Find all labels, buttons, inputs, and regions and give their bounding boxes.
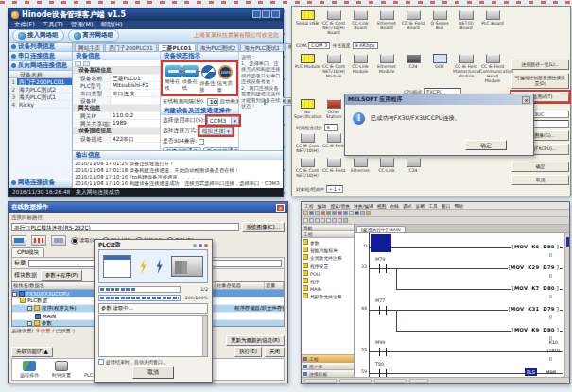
coroute-ccie-cont[interactable]: CC IE Cont NET/10(H) <box>294 158 321 178</box>
toolbar-icon[interactable] <box>332 218 337 223</box>
speed-field[interactable]: 9.6Kbps <box>353 42 378 49</box>
property-group[interactable]: 网关信息 <box>73 105 160 112</box>
menu-manage[interactable]: 管理(M) <box>71 21 94 29</box>
pc-if-serial-usb[interactable]: Serial USB <box>294 10 321 35</box>
leave-network-button[interactable]: 离开网络组 <box>68 29 120 42</box>
plc-if-ethernet-module[interactable]: Ethernet Module <box>373 54 400 83</box>
ladder-rung[interactable]: 59 T80 PLS M98 <box>355 359 569 377</box>
check-time-field[interactable]: 5 <box>324 124 338 131</box>
pc-if-plc-board[interactable]: PLC Board <box>479 10 506 35</box>
toolbar-icon[interactable] <box>326 211 331 215</box>
coroute-ccie-field[interactable]: CC IE Field <box>321 158 347 178</box>
coroute-ethernet[interactable]: Ethernet <box>347 158 373 178</box>
tree-item-program[interactable]: 程序 <box>303 278 353 285</box>
progress-result-list[interactable] <box>98 315 208 357</box>
toolbar-icon[interactable] <box>326 218 331 223</box>
menu-help[interactable]: 帮助(H) <box>101 21 123 29</box>
tree-item-global-comment[interactable]: 全局软元件注释 <box>303 254 353 262</box>
property-row[interactable]: PLC型号Mitsubishi-FX <box>73 82 160 90</box>
tree-item-intelligent[interactable]: 智能功能模块 <box>303 247 353 254</box>
device-row[interactable]: 1西门子200PLC01 <box>9 78 72 86</box>
sidebar-group-device-list[interactable]: 设备列表信息 <box>9 43 72 52</box>
minimize-button[interactable] <box>252 10 261 18</box>
close-icon[interactable]: × <box>276 204 285 212</box>
menu-find[interactable]: 搜索/替换 <box>330 203 350 209</box>
toolbar-icon[interactable] <box>303 211 308 215</box>
progress-cancel-button[interactable]: 取消 <box>132 366 174 379</box>
clock-setting-item[interactable]: 时钟设置 <box>52 361 71 378</box>
auto-check-checkbox[interactable] <box>264 99 266 105</box>
ok-button[interactable]: 确定 <box>511 162 569 172</box>
tab-haiwell1[interactable]: 海为PLC测试1 <box>240 43 284 51</box>
coroute-cclink[interactable]: CC-Link <box>373 158 400 178</box>
property-group[interactable]: 设备描述信息 <box>73 128 160 135</box>
device-row[interactable]: 2海为PLC测试2 <box>9 86 72 94</box>
menu-convert[interactable]: 转换/编译 <box>354 203 373 209</box>
plc-if-got[interactable]: GOT <box>426 54 453 83</box>
remote-operation-item[interactable]: 远程操作 <box>20 361 39 378</box>
pc-if-qbus[interactable]: Q Series Bus <box>426 10 453 35</box>
toolbar-icon[interactable] <box>309 211 314 215</box>
dialog-titlebar[interactable]: 在线数据操作 × <box>9 202 287 213</box>
project-tree[interactable]: 参数 智能功能模块 全局软元件注释 程序设置 POU 程序 MAIN 局部软元件… <box>302 238 354 354</box>
menu-debug[interactable]: 调试 <box>403 203 412 209</box>
progress-titlebar[interactable]: PLC读取 <box>98 241 208 249</box>
menu-diagnostics[interactable]: 诊断 <box>416 203 425 209</box>
auto-close-checkbox[interactable] <box>98 359 104 365</box>
ladder-rung[interactable]: 55 M99 K10 T80 0 <box>355 337 569 359</box>
interval-field[interactable]: 10 <box>207 98 218 106</box>
menu-tools[interactable]: 工具(T) <box>43 21 63 29</box>
pc-if-cclink-board[interactable]: CC-Link Board <box>347 10 373 35</box>
system-image-button[interactable]: 系统图像(C)... <box>242 222 285 232</box>
ladder-view[interactable]: 0 MOV K6 D80 0 33 M79 MOV K29 D79 0 MOV … <box>355 232 569 377</box>
toolbar-icon[interactable] <box>303 218 308 223</box>
param-program-button[interactable]: 参数+程序(P) <box>41 270 82 281</box>
toolbar-icon[interactable] <box>321 211 325 215</box>
toolbar-icon[interactable] <box>338 211 342 215</box>
close-button[interactable] <box>271 10 280 18</box>
pc-if-net2-board[interactable]: NET(II) Board <box>453 10 479 35</box>
melsoft-ok-button[interactable]: 确定 <box>465 140 507 150</box>
property-row[interactable]: 串口类型串口连接 <box>73 90 160 97</box>
route-ccie-field[interactable]: CC IE Field <box>321 133 347 153</box>
plc-if-c24[interactable]: C24 <box>400 54 426 83</box>
close-button[interactable]: 关闭 <box>265 347 285 357</box>
toolbar-icon[interactable] <box>366 211 371 215</box>
ladder-rung[interactable]: 33 M79 MOV K29 D79 0 MOV K7 D80 0 <box>355 254 569 296</box>
sidebar-group-network-devices[interactable]: 网络连接设备 <box>9 179 72 188</box>
tree-item-local-comment[interactable]: 局部软元件注释 <box>303 293 353 300</box>
nav-button-connect[interactable]: 连接目标 <box>302 369 354 377</box>
menu-edit[interactable]: 编辑 <box>318 203 327 209</box>
plc-if-cciefield-master[interactable]: CC IE Field Master/Local Module <box>453 54 479 83</box>
related-functions-button[interactable]: 关联功能(F)▲ <box>11 347 53 357</box>
pc-if-cciefield-board[interactable]: CC IE Field Board <box>400 10 426 35</box>
other-station-none[interactable]: No Specification <box>294 99 321 119</box>
menu-view[interactable]: 视图 <box>377 203 387 209</box>
tree-item-main[interactable]: MAIN <box>303 285 353 293</box>
serial-port-combo[interactable]: COM3 <box>207 116 239 125</box>
menu-file[interactable]: 文件(F) <box>14 21 35 29</box>
refresh-button[interactable]: 更新为最新的信息(R) <box>226 335 285 346</box>
tab-mitsubishi[interactable]: 三菱PLC01 <box>158 43 196 51</box>
tree-item-parameter[interactable]: 参数 <box>303 239 353 247</box>
toolbar-icon[interactable] <box>309 218 314 223</box>
menu-online[interactable]: 在线 <box>390 203 399 209</box>
menu-window[interactable]: 窗口 <box>442 203 451 209</box>
tab-cpu-module[interactable]: CPU模块 <box>11 247 44 257</box>
toolbar-icon[interactable] <box>360 211 365 215</box>
plc-if-cclink-module[interactable]: CC-Link Module <box>347 54 373 83</box>
plc-if-ccie-module[interactable]: CC IE Cont NET/10(H) Module <box>321 54 347 83</box>
property-row[interactable]: 设备名称三菱PLC01 <box>73 75 160 82</box>
vertical-scrollbar[interactable] <box>564 233 569 377</box>
toolbar-icon[interactable] <box>343 211 348 215</box>
toolbar-icon[interactable] <box>321 218 325 223</box>
toolbar-icon[interactable] <box>315 218 320 223</box>
compat-checkbox[interactable] <box>199 139 204 145</box>
sidebar-group-reverse-network[interactable]: 反向网络连接信息 <box>9 61 72 71</box>
cancel-button[interactable]: 取消 <box>511 175 569 185</box>
hops-stepper[interactable]: ←1→ <box>326 185 343 193</box>
menu-project[interactable]: 工程 <box>304 203 314 209</box>
join-network-button[interactable]: 接入网络组 <box>12 29 64 42</box>
ladder-rung[interactable]: 0 MOV K6 D80 0 <box>355 233 569 254</box>
toolbar-icon[interactable] <box>343 218 348 223</box>
